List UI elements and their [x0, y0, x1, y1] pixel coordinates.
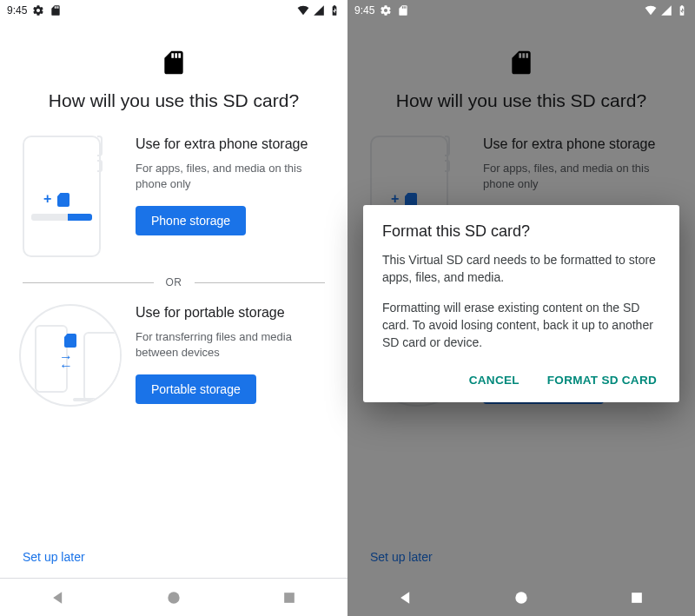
nav-home-icon[interactable]	[165, 589, 182, 606]
option-portable-storage: →← Use for portable storage For transfer…	[23, 304, 325, 407]
gear-icon	[380, 4, 392, 17]
status-bar: 9:45	[0, 0, 348, 19]
format-sd-card-button[interactable]: FORMAT SD CARD	[544, 367, 660, 394]
sd-card-icon	[397, 4, 409, 17]
phone-screen-left: 9:45 How will you use this SD card? +	[0, 0, 348, 616]
gear-icon	[32, 4, 44, 17]
phone-storage-button[interactable]: Phone storage	[136, 206, 246, 235]
dialog-body-2: Formatting will erase existing content o…	[382, 299, 660, 352]
nav-back-icon[interactable]	[50, 589, 67, 606]
phone-screen-right: 9:45 How will you use this SD card? +	[348, 0, 695, 616]
navigation-bar	[0, 578, 348, 616]
option1-desc: For apps, files, and media on this phone…	[483, 161, 672, 192]
status-time: 9:45	[7, 4, 27, 17]
option-phone-storage: + Use for extra phone storage For apps, …	[23, 136, 325, 257]
status-bar: 9:45	[348, 0, 695, 19]
illustration-phone-storage: +	[23, 136, 118, 257]
page-content: How will you use this SD card? + Use for…	[0, 19, 348, 578]
status-time: 9:45	[354, 4, 374, 17]
nav-home-icon[interactable]	[513, 589, 530, 606]
sd-card-icon	[50, 4, 62, 17]
nav-back-icon[interactable]	[397, 589, 414, 606]
navigation-bar	[348, 578, 695, 616]
wifi-icon	[645, 4, 657, 17]
wifi-icon	[297, 4, 309, 17]
page-title: How will you use this SD card?	[370, 90, 672, 111]
option1-desc: For apps, files, and media on this phone…	[136, 161, 325, 192]
dialog-title: Format this SD card?	[382, 222, 660, 241]
battery-icon	[328, 4, 341, 17]
format-dialog: Format this SD card? This Virtual SD car…	[363, 205, 679, 402]
nav-recent-icon[interactable]	[628, 589, 645, 606]
sd-card-hero-icon	[507, 49, 535, 76]
sd-card-hero-icon	[160, 49, 188, 76]
illustration-portable-storage: →←	[23, 304, 118, 407]
page-title: How will you use this SD card?	[23, 90, 325, 111]
option2-title: Use for portable storage	[136, 304, 325, 322]
set-up-later-link[interactable]: Set up later	[23, 534, 325, 578]
option2-desc: For transferring files and media between…	[136, 329, 325, 361]
option1-title: Use for extra phone storage	[483, 136, 672, 154]
battery-icon	[676, 4, 688, 17]
options-divider: OR	[23, 276, 325, 288]
cancel-button[interactable]: CANCEL	[466, 367, 523, 394]
set-up-later-link[interactable]: Set up later	[370, 534, 672, 578]
cell-signal-icon	[660, 4, 672, 17]
divider-label: OR	[166, 276, 182, 288]
option1-title: Use for extra phone storage	[136, 136, 325, 154]
nav-recent-icon[interactable]	[281, 589, 298, 606]
cell-signal-icon	[313, 4, 325, 17]
dialog-body-1: This Virtual SD card needs to be formatt…	[382, 251, 660, 287]
portable-storage-button[interactable]: Portable storage	[136, 374, 256, 404]
